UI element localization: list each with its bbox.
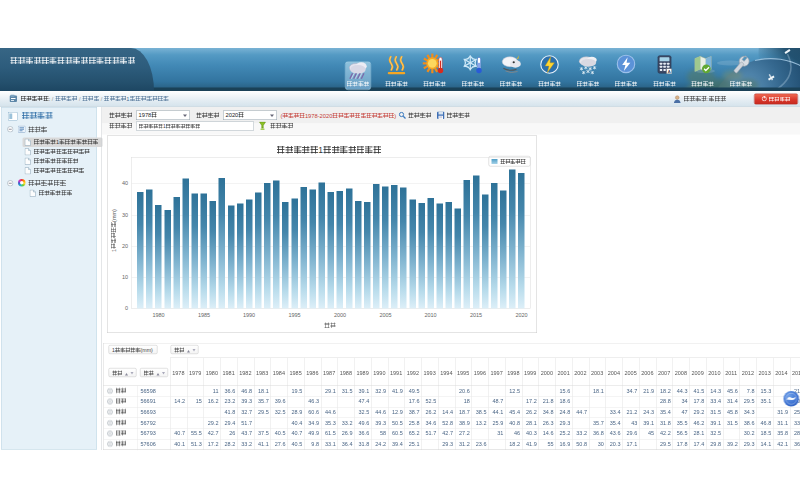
svg-text:A: A (668, 69, 671, 74)
